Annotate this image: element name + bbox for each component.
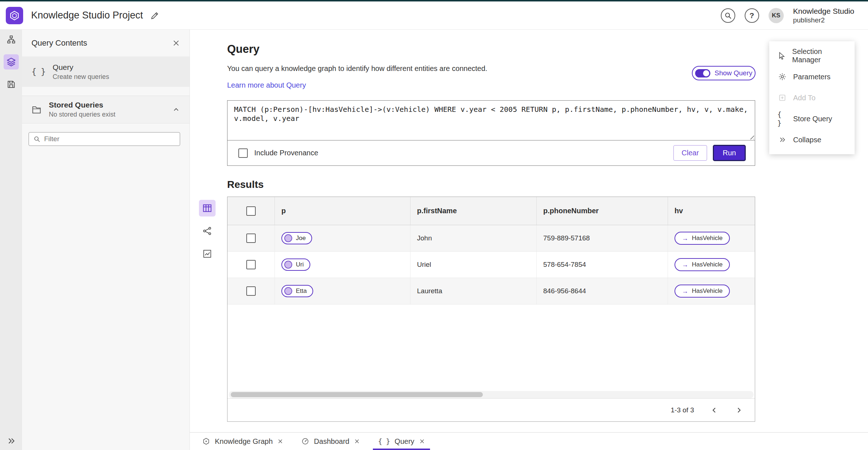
column-header-firstname[interactable]: p.firstName (410, 197, 536, 225)
node-icon (284, 261, 292, 269)
user-name: Knowledge Studio (793, 7, 854, 16)
pagination-bar: 1-3 of 3 (227, 398, 755, 421)
main-content: Query You can query a knowledge graph to… (190, 30, 868, 432)
query-editor-footer: Include Provenance Clear Run (227, 140, 755, 165)
stored-queries-subtitle: No stored queries exist (49, 111, 165, 118)
braces-icon: { } (378, 437, 390, 446)
menu-item-store-query[interactable]: { } Store Query (769, 108, 855, 129)
edge-label: HasVehicle (692, 287, 723, 295)
next-page-button[interactable] (735, 406, 743, 415)
menu-item-label: Add To (793, 94, 816, 102)
node-icon (284, 287, 292, 295)
app-logo[interactable] (6, 7, 23, 24)
panel-title: Query Contents (31, 38, 172, 48)
arrow-icon: → (682, 288, 688, 294)
node-pill[interactable]: Uri (281, 258, 310, 271)
sidebar-item-query[interactable]: { } Query Create new queries (22, 56, 190, 87)
edge-label: HasVehicle (692, 235, 723, 242)
menu-item-add-to: Add To (769, 87, 855, 108)
table-row: Joe John 759-889-57168 → HasVehicle (227, 225, 755, 252)
tab-label: Dashboard (314, 437, 349, 446)
horizontal-scrollbar[interactable] (229, 391, 754, 398)
include-provenance-label: Include Provenance (254, 149, 318, 157)
include-provenance-checkbox[interactable] (238, 148, 248, 158)
row-checkbox[interactable] (246, 286, 256, 296)
edge-label: HasVehicle (692, 261, 723, 268)
page-title: Query (227, 43, 260, 56)
row-checkbox[interactable] (246, 260, 256, 269)
stored-queries-title: Stored Queries (49, 101, 165, 109)
search-icon (724, 12, 732, 20)
chart-icon (203, 249, 212, 258)
add-to-icon (777, 93, 787, 102)
run-button[interactable]: Run (713, 145, 746, 161)
user-info[interactable]: Knowledge Studio publisher2 (793, 7, 854, 24)
column-header-hv[interactable]: hv (668, 197, 755, 225)
query-actions-menu: Selection Manager Parameters Add To { } … (769, 41, 855, 154)
stored-queries-header[interactable]: Stored Queries No stored queries exist (22, 96, 190, 123)
edit-title-icon[interactable] (150, 11, 159, 20)
graph-view-button[interactable] (199, 223, 216, 239)
results-title: Results (227, 179, 264, 190)
edge-pill[interactable]: → HasVehicle (675, 258, 730, 271)
node-label: Joe (296, 235, 306, 242)
show-query-label: Show Query (715, 69, 753, 77)
results-view-toolbar (199, 200, 216, 262)
cell-firstname: John (410, 225, 536, 251)
close-tab-icon[interactable] (277, 438, 283, 444)
project-title: Knowledge Studio Project (31, 10, 143, 21)
user-role: publisher2 (793, 16, 854, 24)
edge-pill[interactable]: → HasVehicle (675, 285, 730, 298)
clear-button[interactable]: Clear (673, 145, 707, 161)
column-header-phonenumber[interactable]: p.phoneNumber (536, 197, 668, 225)
menu-item-collapse[interactable]: Collapse (769, 129, 855, 150)
node-pill[interactable]: Etta (281, 285, 313, 297)
tab-dashboard[interactable]: Dashboard (296, 433, 365, 450)
cell-phonenumber: 759-889-57168 (536, 225, 668, 251)
table-row: Etta Lauretta 846-956-8644 → HasVehicle (227, 278, 755, 304)
double-chevron-right-icon (7, 436, 16, 446)
table-view-button[interactable] (199, 200, 216, 216)
rail-model-button[interactable] (4, 32, 19, 47)
node-pill[interactable]: Joe (281, 232, 312, 244)
query-description: You can query a knowledge graph to ident… (227, 64, 487, 73)
rail-save-button[interactable] (4, 77, 19, 92)
query-item-subtitle: Create new queries (53, 73, 109, 81)
menu-item-label: Selection Manager (792, 47, 847, 64)
toggle-switch-icon (695, 69, 710, 77)
tab-knowledge-graph[interactable]: Knowledge Graph (197, 433, 288, 450)
column-header-p[interactable]: p (275, 197, 410, 225)
close-tab-icon[interactable] (354, 438, 360, 444)
left-rail (0, 30, 22, 450)
rail-expand-button[interactable] (0, 436, 22, 446)
previous-page-button[interactable] (710, 406, 719, 415)
cell-phonenumber: 846-956-8644 (536, 278, 668, 304)
close-tab-icon[interactable] (419, 438, 425, 444)
node-icon (284, 234, 292, 242)
learn-more-link[interactable]: Learn more about Query (227, 81, 306, 89)
folder-icon (31, 105, 42, 115)
edge-pill[interactable]: → HasVehicle (675, 232, 730, 245)
select-all-checkbox[interactable] (246, 206, 256, 216)
panel-header: Query Contents (22, 30, 190, 56)
table-icon (202, 203, 212, 213)
help-button[interactable]: ? (745, 8, 759, 23)
query-input[interactable]: MATCH (p:Person)-[hv:HasVehicle]->(v:Veh… (227, 101, 755, 140)
search-button[interactable] (721, 8, 735, 23)
close-panel-icon[interactable] (172, 39, 180, 47)
menu-item-label: Collapse (793, 136, 821, 144)
scrollbar-thumb[interactable] (231, 392, 483, 397)
bottom-tab-bar: Knowledge Graph Dashboard { } Query (190, 432, 868, 450)
avatar[interactable]: KS (769, 8, 784, 23)
rail-layers-button[interactable] (4, 54, 19, 70)
chart-view-button[interactable] (199, 245, 216, 262)
query-item-title: Query (53, 63, 109, 72)
menu-item-parameters[interactable]: Parameters (769, 66, 855, 87)
filter-box (29, 132, 180, 146)
tab-query[interactable]: { } Query (373, 433, 430, 450)
menu-item-label: Store Query (793, 115, 832, 123)
show-query-toggle[interactable]: Show Query (692, 66, 756, 80)
filter-input[interactable] (44, 135, 175, 143)
menu-item-selection-manager[interactable]: Selection Manager (769, 45, 855, 66)
row-checkbox[interactable] (246, 234, 256, 243)
